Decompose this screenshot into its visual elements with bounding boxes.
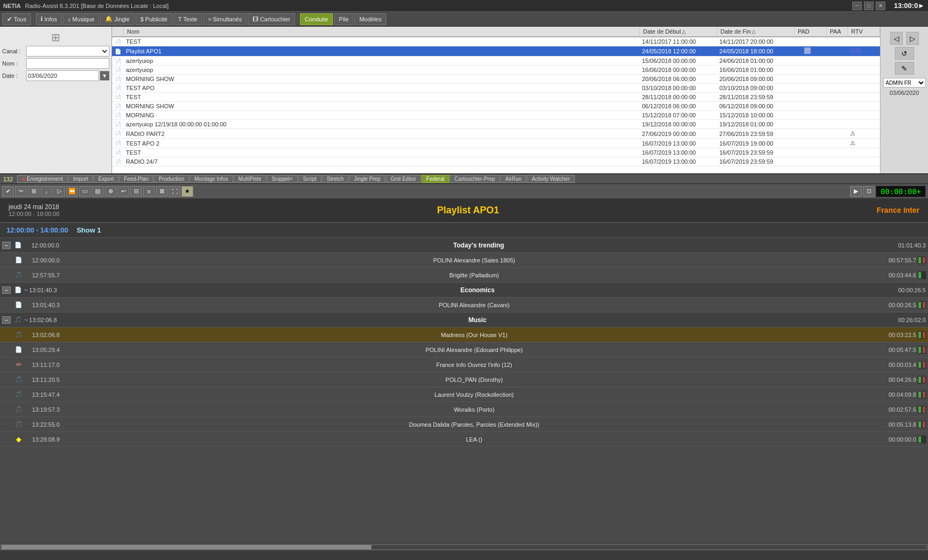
nom-input[interactable] (26, 58, 109, 69)
collapse-btn[interactable]: − (2, 242, 11, 249)
col-pad[interactable]: PAD (795, 27, 827, 36)
table-row[interactable]: 📄 TEST APO 03/10/2018 00:00:00 03/10/201… (112, 84, 880, 93)
admin-btn-1[interactable]: ◁ (890, 32, 903, 45)
list-item[interactable]: 🎵 13:22:55.0 Doumea Dalida (Paroles, Par… (0, 417, 928, 432)
tab-activity-watcher[interactable]: Activity Watcher (527, 175, 574, 183)
toolbar-publicite[interactable]: $ Publicité (136, 13, 172, 25)
toolbar-jingle[interactable]: 🔔 Jingle (100, 13, 134, 25)
tool-btn-1[interactable]: ✔ (2, 186, 14, 197)
table-row[interactable]: 📄 MORNING SHOW 06/12/2018 06:00:00 06/12… (112, 102, 880, 111)
list-item[interactable]: ◆ 13:28:08.9 LEA () 00:00:00.0 (0, 432, 928, 447)
tab-import[interactable]: Import (68, 175, 93, 183)
tab-script[interactable]: Script (298, 175, 322, 183)
collapse-btn[interactable]: − (2, 316, 11, 324)
col-paa[interactable]: PAA (827, 27, 848, 36)
minimize-button[interactable]: ─ (852, 2, 862, 10)
admin-user-select[interactable]: ADMIN FR (883, 78, 926, 87)
collapse-btn[interactable]: − (2, 286, 11, 294)
tab-jingle-prep[interactable]: Jingle Prep (349, 175, 385, 183)
table-row[interactable]: 📄 TEST 28/11/2018 00:00:00 28/11/2018 23… (112, 93, 880, 102)
table-row[interactable]: 📄 MORNING SHOW 20/06/2018 06:00:00 20/06… (112, 75, 880, 84)
list-item[interactable]: 📄 13:01:40.3 POLINI Alexandre (Cavani) 0… (0, 298, 928, 313)
list-item[interactable]: 🎵 13:11:20.5 POLO_PAN (Dorothy) 00:04:26… (0, 372, 928, 387)
canal-select[interactable] (26, 46, 109, 57)
tool-btn-4[interactable]: ↓ (41, 186, 52, 197)
list-item[interactable]: 🎵 13:19:57.3 Woralks (Porto) 00:02:57.6 (0, 402, 928, 417)
track-time: 13:19:57.3 (32, 406, 80, 413)
admin-edit-btn[interactable]: ✎ (895, 62, 914, 75)
table-row[interactable]: 📄 azertyuiop 16/06/2018 00:00:00 16/06/2… (112, 66, 880, 75)
tool-btn-5[interactable]: ▷ (53, 186, 65, 197)
tool-btn-2[interactable]: ✂ (15, 186, 27, 197)
list-item[interactable]: 🎵 12:57:55.7 Brigitte (Palladium) 00:03:… (0, 268, 928, 283)
h-scrollbar-thumb[interactable] (2, 545, 371, 549)
tool-btn-8[interactable]: ▤ (92, 186, 104, 197)
toolbar-texte[interactable]: T Texte (173, 13, 202, 25)
table-row[interactable]: 📄 TEST 16/07/2019 13:00:00 16/07/2019 23… (112, 148, 880, 157)
tool-btn-6[interactable]: ⏪ (66, 186, 78, 197)
section-row[interactable]: − 🎵 ~ 13:02:06.8 Music 00:26:02.0 (0, 313, 928, 327)
restore-button[interactable]: □ (864, 2, 874, 10)
table-row[interactable]: 📄 azertyuiop 12/19/18 00:00:00 01:00:00 … (112, 120, 880, 129)
section-row[interactable]: − 📄 ~ 13:01:40.3 Economics 00:00:26.5 (0, 283, 928, 298)
date-dropdown-btn[interactable]: ▼ (100, 71, 109, 81)
tool-btn-14[interactable]: ⛶ (169, 186, 180, 197)
table-row[interactable]: 📄 Playlist APO1 24/05/2018 12:00:00 24/0… (112, 46, 880, 57)
toolbar-modeles[interactable]: Modèles (354, 13, 386, 25)
list-item[interactable]: 🎵 13:02:06.8 Madness (Our House V1) 00:0… (0, 327, 928, 342)
tab-federal[interactable]: Federal (422, 175, 449, 183)
col-rtv[interactable]: RTV (848, 27, 880, 36)
tab-export[interactable]: Export (93, 175, 118, 183)
table-row[interactable]: 📄 azertyuiop 15/06/2018 00:00:00 24/06/2… (112, 57, 880, 66)
admin-btn-2[interactable]: ▷ (906, 32, 919, 45)
tab-multipiste[interactable]: MultiPiste (234, 175, 266, 183)
tool-btn-10[interactable]: ↩ (117, 186, 129, 197)
table-row[interactable]: 📄 RADIO PART2 27/06/2019 00:00:00 27/06/… (112, 129, 880, 139)
tab-enregistrement[interactable]: ● Enregistrement (17, 175, 68, 183)
tab-cartouchier-prep[interactable]: Cartouchier-Prep (450, 175, 500, 183)
row-nom: RADIO 24/7 (124, 157, 640, 166)
tab-airrun[interactable]: AirRun (501, 175, 527, 183)
tab-snippet[interactable]: Snippet+ (267, 175, 298, 183)
toolbar-conduite[interactable]: Conduite (300, 13, 333, 25)
table-row[interactable]: 📄 TEST 14/11/2017 11:00:00 14/11/2017 20… (112, 37, 880, 46)
tool-right-2[interactable]: ⊡ (863, 186, 875, 197)
tab-production[interactable]: Production (154, 175, 189, 183)
toolbar-tous[interactable]: ✔ Tous (2, 13, 31, 25)
tab-stretch[interactable]: Stretch (322, 175, 348, 183)
close-button[interactable]: ✕ (876, 2, 885, 10)
admin-refresh-btn[interactable]: ↺ (895, 47, 914, 60)
toolbar-pile[interactable]: Pile (334, 13, 353, 25)
toolbar-publicite-label: Publicité (145, 16, 168, 22)
col-fin[interactable]: Date de Fin △ (717, 27, 795, 36)
list-item[interactable]: 📄 13:05:29.4 POLINI Alexandre (Edouard P… (0, 342, 928, 357)
tab-montage-infos[interactable]: Montage Infos (189, 175, 233, 183)
toolbar-musique[interactable]: ♪ Musique (63, 13, 99, 25)
toolbar-simultanes[interactable]: ≈ Simultanés (203, 13, 247, 25)
list-item[interactable]: 📄 12:00:00.0 POLINI Alexandre (Sales 180… (0, 253, 928, 268)
tab-grid-editor[interactable]: Grid Editor (386, 175, 421, 183)
tab-feed-plan[interactable]: Feed-Plan (119, 175, 153, 183)
bottom-scrollbar[interactable] (0, 543, 928, 550)
tool-btn-13[interactable]: ⊠ (156, 186, 168, 197)
tool-btn-9[interactable]: ⊕ (105, 186, 116, 197)
table-row[interactable]: 📄 TEST APO 2 16/07/2019 13:00:00 16/07/2… (112, 139, 880, 148)
col-debut[interactable]: Date de Début △ (640, 27, 717, 36)
date-input[interactable] (26, 70, 99, 81)
table-row[interactable]: 📄 RADIO 24/7 16/07/2019 13:00:00 16/07/2… (112, 157, 880, 166)
tool-btn-3[interactable]: ⊞ (28, 186, 39, 197)
col-nom[interactable]: Nom (124, 27, 640, 36)
tool-right-1[interactable]: ▶ (850, 186, 862, 197)
tool-btn-15[interactable]: ★ (181, 186, 193, 197)
list-item[interactable]: 🎵 13:15:47.4 Laurent Voulzy (Rockollecti… (0, 387, 928, 402)
tool-btn-11[interactable]: ⊟ (130, 186, 142, 197)
track-duration: 00:00:03.4 (868, 362, 916, 368)
list-item[interactable]: ✏ 13:11:17.0 France Info Ouvrez l'info (… (0, 357, 928, 372)
tool-btn-7[interactable]: ▭ (79, 186, 91, 197)
table-row[interactable]: 📄 MORNING 15/12/2018 07:00:00 15/12/2018… (112, 111, 880, 120)
toolbar-infos[interactable]: ℹ Infos (36, 13, 62, 25)
toolbar-cartouchier[interactable]: 🎞 Cartouchier (248, 13, 295, 25)
tool-btn-12[interactable]: ≡ (143, 186, 155, 197)
h-scrollbar-track[interactable] (1, 545, 927, 550)
section-row[interactable]: − 📄 12:00:00.0 Today's trending 01:01:40… (0, 238, 928, 253)
